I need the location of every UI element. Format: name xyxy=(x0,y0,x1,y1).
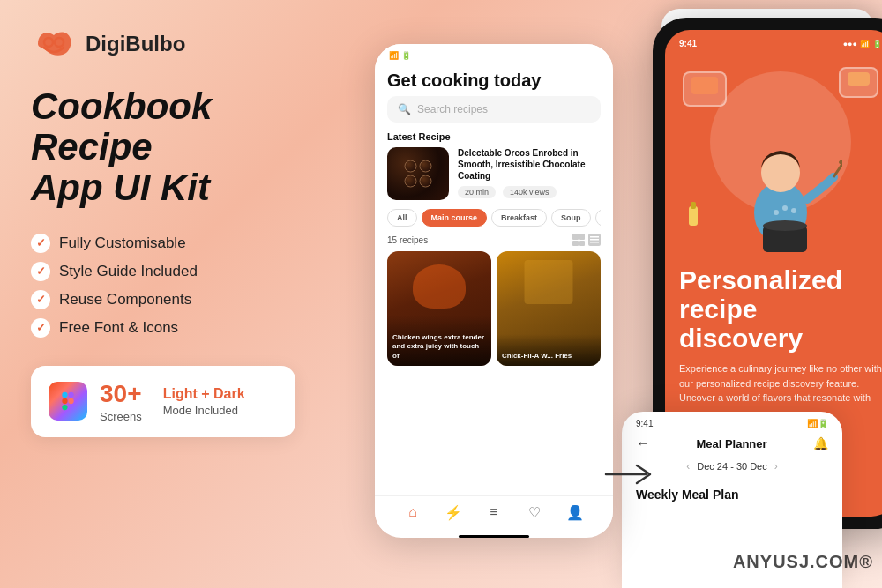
meal-section-title: Weekly Meal Plan xyxy=(622,488,842,502)
right-panel: ⌂ ⚡ ☰ ♡ ◯ 📶 🔋 Get cooking today 🔍 Search… xyxy=(370,0,882,588)
svg-point-12 xyxy=(761,153,800,192)
recipe-name: Delectable Oreos Enrobed in Smooth, Irre… xyxy=(458,147,601,182)
app-screen: Get cooking today 🔍 Search recipes Lates… xyxy=(375,63,613,495)
choco-decoration xyxy=(405,160,432,188)
meal-title: Meal Planner xyxy=(696,437,766,450)
orange-time: 9:41 xyxy=(679,39,697,48)
food-decor xyxy=(413,264,466,309)
bottle-illus xyxy=(684,199,702,230)
grid-toggle[interactable] xyxy=(572,234,601,246)
filter-lunch[interactable]: Lunc xyxy=(595,209,601,227)
nav-home-icon[interactable]: ⌂ xyxy=(404,503,422,521)
svg-point-16 xyxy=(763,220,807,231)
nav-list-icon[interactable]: ≡ xyxy=(485,503,503,521)
svg-rect-21 xyxy=(691,202,696,209)
figma-icon xyxy=(49,382,87,421)
check-icon xyxy=(31,262,50,281)
svg-rect-10 xyxy=(590,242,599,243)
logo-row: DigiBulbo xyxy=(31,26,340,62)
recipe-grid: Chicken wings extra tender and extra jui… xyxy=(387,251,601,366)
date-row: ‹ Dec 24 - 30 Dec › xyxy=(622,457,842,476)
phone-screen-1: 📶 🔋 Get cooking today 🔍 Search recipes L… xyxy=(375,44,613,538)
back-button[interactable]: ← xyxy=(636,435,650,451)
bell-icon[interactable]: 🔔 xyxy=(813,436,828,450)
feature-item: Fully Customisable xyxy=(31,234,340,253)
meal-divider xyxy=(636,480,828,480)
search-icon: 🔍 xyxy=(398,103,411,115)
recipe-info: Delectable Oreos Enrobed in Smooth, Irre… xyxy=(458,147,601,198)
filter-main-course[interactable]: Main course xyxy=(422,209,488,227)
recipe-views: 140k views xyxy=(503,186,557,198)
left-panel: DigiBulbo Cookbook Recipe App UI Kit Ful… xyxy=(0,0,370,588)
app-title: Cookbook Recipe App UI Kit xyxy=(31,86,340,209)
nav-user-icon[interactable]: 👤 xyxy=(566,503,584,521)
screens-count: 30+ xyxy=(100,380,142,408)
svg-rect-5 xyxy=(62,405,67,410)
search-bar[interactable]: 🔍 Search recipes xyxy=(387,96,601,123)
svg-rect-3 xyxy=(68,392,73,398)
recipe-meta: 20 min 140k views xyxy=(458,186,601,198)
orange-text-content: Personalized recipe discovery Experience… xyxy=(665,257,882,414)
bottom-card: 30+ Screens Light + Dark Mode Included xyxy=(31,366,295,437)
recipe-thumbnail xyxy=(387,147,449,200)
recipe-grid-label-2: Chick-Fil-A W... Fries xyxy=(497,334,601,366)
check-icon xyxy=(31,290,50,309)
phone-bottom-nav: ⌂ ⚡ ≡ ♡ 👤 xyxy=(375,495,613,532)
filter-soup[interactable]: Soup xyxy=(551,209,591,227)
check-icon xyxy=(31,318,50,338)
search-placeholder: Search recipes xyxy=(417,103,488,115)
svg-rect-4 xyxy=(62,398,67,404)
meal-time: 9:41 xyxy=(636,419,653,428)
recipes-count-row: 15 recipes xyxy=(387,234,601,246)
recipes-count: 15 recipes xyxy=(387,235,428,245)
recipe-grid-item-1[interactable]: Chicken wings extra tender and extra jui… xyxy=(387,251,491,366)
svg-rect-9 xyxy=(590,239,599,241)
date-left-arrow[interactable]: ‹ xyxy=(686,460,690,473)
mode-subtitle: Mode Included xyxy=(163,404,245,417)
check-icon xyxy=(31,234,50,253)
orange-subtitle: Experience a culinary journey like no ot… xyxy=(679,361,882,406)
watermark: ANYUSJ.COM® xyxy=(733,552,873,572)
screens-label: Screens xyxy=(100,410,142,423)
feature-item: Reuse Components xyxy=(31,290,340,309)
feature-item: Style Guide Included xyxy=(31,262,340,281)
illus-frame-2 xyxy=(839,67,878,98)
svg-rect-8 xyxy=(590,236,599,238)
screens-info: 30+ Screens xyxy=(100,380,142,423)
filter-chips: All Main course Breakfast Soup Lunc xyxy=(387,209,601,227)
meal-header: ← Meal Planner 🔔 xyxy=(622,432,842,457)
feature-item: Free Font & Icons xyxy=(31,318,340,338)
svg-point-19 xyxy=(791,208,796,213)
filter-all[interactable]: All xyxy=(387,209,417,227)
food-decor xyxy=(525,260,573,304)
date-range: Dec 24 - 30 Dec xyxy=(697,461,766,472)
logo-text: DigiBulbo xyxy=(86,32,185,56)
person-illustration xyxy=(719,115,842,257)
recipe-grid-label: Chicken wings extra tender and extra jui… xyxy=(387,316,491,366)
date-right-arrow[interactable]: › xyxy=(774,460,778,473)
orange-main-title: Personalized recipe discovery xyxy=(679,265,882,353)
recipe-grid-item-2[interactable]: Chick-Fil-A W... Fries xyxy=(497,251,601,366)
svg-rect-2 xyxy=(62,392,67,398)
status-bar: 📶 🔋 xyxy=(375,44,613,63)
arrow-annotation xyxy=(602,461,654,491)
illustration-area xyxy=(665,54,882,257)
recipe-time: 20 min xyxy=(458,186,496,198)
nav-bolt-icon[interactable]: ⚡ xyxy=(445,503,462,521)
mode-info: Light + Dark Mode Included xyxy=(163,386,245,417)
svg-line-13 xyxy=(833,164,842,177)
logo-icon xyxy=(31,26,77,62)
list-icon xyxy=(588,234,601,246)
content-wrapper: DigiBulbo Cookbook Recipe App UI Kit Ful… xyxy=(0,0,882,588)
home-indicator-bar xyxy=(459,535,529,538)
svg-point-17 xyxy=(774,210,779,215)
latest-recipe-label: Latest Recipe xyxy=(387,131,601,142)
orange-status-bar: 9:41 ●●● 📶 🔋 xyxy=(665,30,882,54)
svg-point-14 xyxy=(839,160,842,165)
features-list: Fully Customisable Style Guide Included … xyxy=(31,234,340,338)
featured-recipe-card[interactable]: Delectable Oreos Enrobed in Smooth, Irre… xyxy=(387,147,601,200)
nav-heart-icon[interactable]: ♡ xyxy=(526,503,543,521)
filter-breakfast[interactable]: Breakfast xyxy=(491,209,547,227)
illus-frame-1 xyxy=(683,71,727,107)
screen-title: Get cooking today xyxy=(387,63,601,96)
